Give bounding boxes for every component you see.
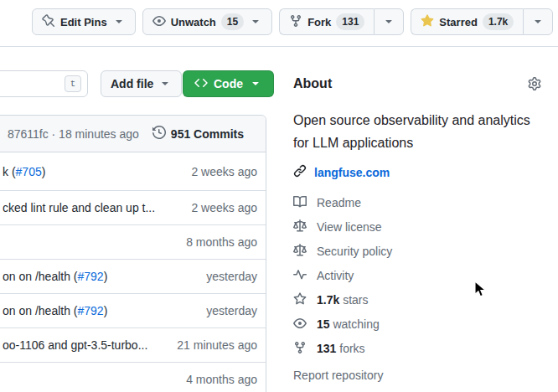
link-label: View license [317,220,382,234]
chevron-down-icon [382,14,395,30]
commit-message[interactable]: on on /health (#792) [0,270,206,283]
commit-date: 21 minutes ago [177,338,266,352]
website-link[interactable]: langfuse.com [314,166,390,179]
add-file-button[interactable]: Add file [101,70,182,97]
chevron-down-icon [112,14,126,30]
commit-date: 2 weeks ago [191,201,266,214]
star-icon [293,292,307,308]
commit-date: 2 weeks ago [191,165,266,178]
chevron-down-icon [531,14,545,30]
go-to-file-search[interactable]: t [0,70,88,97]
commit-message-text: k ( [3,165,16,178]
commit-message-text: oo-1106 and gpt-3.5-turbo... [3,338,147,352]
commit-date: 8 months ago [186,235,266,249]
commit-message-text: on on /health ( [3,270,78,283]
history-icon [152,126,166,142]
add-file-label: Add file [111,77,153,90]
fork-icon [293,341,307,357]
header-divider [0,46,558,47]
forks-link[interactable]: 131 forks [293,340,545,357]
table-row[interactable]: 4 months ago [0,362,266,392]
starred-button[interactable]: Starred 1.7k [411,8,523,35]
readme-link[interactable]: Readme [293,194,545,211]
watching-link[interactable]: 15 watching [293,316,545,333]
shortcut-key-badge: t [65,75,81,92]
fork-button-group: Fork 131 [279,8,404,35]
star-dropdown-button[interactable] [523,8,553,35]
commit-message[interactable]: k (#705) [0,165,191,178]
commits-count-link[interactable]: 951 Commits [152,126,244,142]
issue-link[interactable]: #792 [78,270,104,283]
activity-link[interactable]: Activity [293,267,545,284]
stars-link[interactable]: 1.7k stars [293,291,545,308]
commit-message[interactable]: oo-1106 and gpt-3.5-turbo... [0,338,177,352]
commit-message-text: ) [104,304,108,317]
star-filled-icon [421,14,434,30]
eye-icon [152,14,166,30]
edit-pins-label: Edit Pins [60,16,107,28]
commit-message-text: cked lint rule and clean up t... [3,201,155,214]
unwatch-label: Unwatch [171,16,216,28]
link-count: 15 [317,317,330,331]
table-row[interactable]: oo-1106 and gpt-3.5-turbo... 21 minutes … [0,328,266,362]
fork-count-badge: 131 [336,13,364,30]
fork-icon [289,14,302,30]
fork-button[interactable]: Fork 131 [279,8,374,35]
repo-description: Open source observability and analytics … [293,109,545,154]
latest-commit-info[interactable]: 87611fc · 18 minutes ago [8,127,139,141]
issue-link[interactable]: #705 [16,165,42,178]
starred-label: Starred [439,16,478,28]
view-license-link[interactable]: View license [293,219,545,235]
link-label: stars [343,293,368,307]
commits-count-label: 951 Commits [171,127,244,141]
pulse-icon [293,268,307,284]
commit-date: 4 months ago [186,373,266,386]
table-row[interactable]: on on /health (#792) yesterday [0,293,266,328]
link-label: Activity [317,269,354,282]
fork-dropdown-button[interactable] [374,8,404,35]
commit-date: yesterday [206,304,266,317]
separator-dot: · [52,127,56,141]
watch-count-badge: 15 [221,13,244,30]
commit-message-text: on on /health ( [3,304,78,317]
commit-message-text: ) [42,165,46,178]
about-title: About [293,76,332,91]
commit-sha[interactable]: 87611fc [8,127,49,141]
fork-label: Fork [307,16,331,28]
chevron-down-icon [158,76,172,92]
table-row[interactable]: on on /health (#792) yesterday [0,259,266,293]
about-section: About Open source observability and anal… [293,70,545,382]
table-row[interactable]: 8 months ago [0,224,266,259]
book-icon [293,195,307,211]
latest-commit-header: 87611fc · 18 minutes ago 951 Commits [0,116,266,152]
website-link-row[interactable]: langfuse.com [293,164,545,180]
code-button[interactable]: Code [183,70,274,97]
commit-message[interactable]: on on /health (#792) [0,304,206,317]
commit-message[interactable]: cked lint rule and clean up t... [0,201,191,214]
go-to-file-input[interactable] [0,75,49,93]
report-repository-link[interactable]: Report repository [293,369,545,382]
commit-time: 18 minutes ago [59,127,139,141]
edit-pins-button[interactable]: Edit Pins [32,8,136,35]
star-count-badge: 1.7k [483,13,514,30]
table-row[interactable]: k (#705) 2 weeks ago [0,152,266,190]
law-icon [293,244,307,260]
unwatch-button[interactable]: Unwatch 15 [142,8,273,35]
link-label: Security policy [317,245,392,258]
chevron-down-icon [249,76,262,92]
issue-link[interactable]: #792 [78,304,104,317]
repo-action-bar: Edit Pins Unwatch 15 Fork 131 Starred 1.… [32,8,553,35]
security-policy-link[interactable]: Security policy [293,243,545,260]
link-label: forks [339,342,364,355]
link-label: watching [333,317,379,331]
code-icon [194,76,208,92]
pin-icon [42,14,55,30]
repo-settings-button[interactable] [528,77,541,90]
chevron-down-icon [249,14,262,30]
table-row[interactable]: cked lint rule and clean up t... 2 weeks… [0,190,266,224]
link-count: 131 [317,342,336,355]
commit-date: yesterday [206,270,266,283]
link-count: 1.7k [317,293,339,307]
gear-icon [528,80,541,93]
eye-icon [293,317,307,333]
